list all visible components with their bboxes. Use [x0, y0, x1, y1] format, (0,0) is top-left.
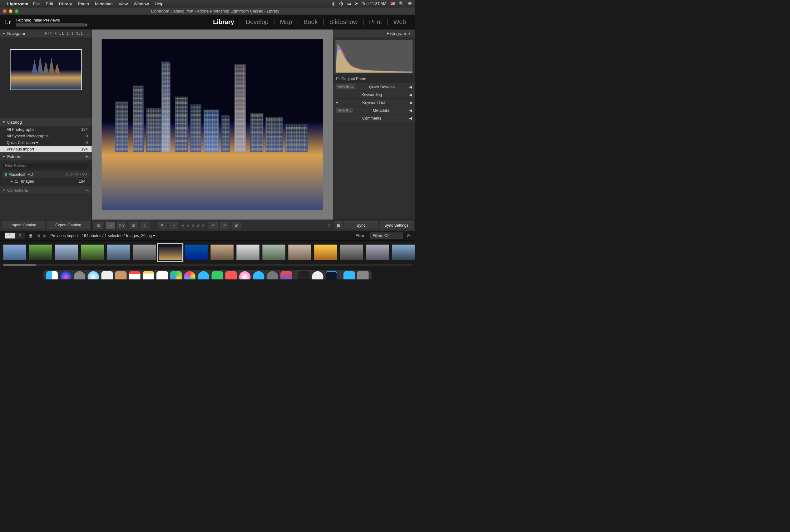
chevron-left-icon[interactable]: ◀ — [409, 116, 412, 121]
menu-edit[interactable]: Edit — [45, 1, 53, 6]
minimize-button[interactable] — [9, 10, 13, 13]
filmstrip-thumb[interactable] — [81, 245, 104, 260]
menu-window[interactable]: Window — [134, 1, 149, 6]
arrow-icon[interactable]: ➤ — [355, 2, 358, 6]
app-name[interactable]: Lightroom — [7, 1, 29, 6]
dock-appstore-icon[interactable] — [253, 271, 264, 280]
menu-metadata[interactable]: Metadata — [95, 1, 113, 6]
dock-1password-icon[interactable] — [312, 271, 323, 280]
survey-view-icon[interactable]: ⊞ — [129, 222, 138, 229]
catalog-row-synced[interactable]: All Synced Photographs0 — [0, 133, 92, 139]
filmstrip-scrollbar[interactable] — [0, 264, 415, 268]
module-print[interactable]: Print — [364, 18, 387, 25]
quick-develop-preset-dropdown[interactable]: Defaults⌄ — [336, 84, 355, 89]
rotate-cw-icon[interactable]: ↷ — [220, 222, 229, 229]
filmstrip-thumb[interactable] — [314, 245, 337, 260]
rotate-ccw-icon[interactable]: ↶ — [209, 222, 218, 229]
power-icon[interactable]: ⏻ — [339, 2, 343, 6]
source-label[interactable]: Previous Import — [50, 233, 78, 238]
dock-terminal-icon[interactable] — [298, 271, 310, 280]
filmstrip-thumb[interactable] — [158, 245, 182, 260]
filmstrip-thumb[interactable] — [29, 245, 52, 260]
comments-header[interactable]: Comments ◀ — [333, 115, 415, 122]
catalog-row-all-photos[interactable]: All Photographs194 — [0, 126, 92, 133]
chevron-left-icon[interactable]: ◀ — [409, 92, 412, 97]
dock-siri-icon[interactable] — [60, 271, 72, 280]
keywording-header[interactable]: Keywording ◀ — [333, 91, 415, 99]
filmstrip-thumb[interactable] — [55, 245, 78, 260]
flag-pick-icon[interactable]: ⚑ — [158, 222, 166, 229]
dock-reminders-icon[interactable] — [156, 271, 168, 280]
spotlight-icon[interactable]: 🔍 — [399, 2, 404, 6]
module-book[interactable]: Book — [299, 18, 323, 25]
histogram-graph[interactable] — [335, 40, 413, 73]
filmstrip-thumb[interactable] — [366, 245, 389, 260]
dock-lightroom-icon[interactable] — [326, 271, 337, 280]
loupe-view[interactable] — [92, 30, 333, 220]
chevron-left-icon[interactable]: ◀ — [409, 84, 412, 89]
grid-view-icon[interactable]: ▦ — [95, 222, 104, 229]
module-slideshow[interactable]: Slideshow — [324, 18, 362, 25]
histogram-header[interactable]: Histogram ▼ — [333, 30, 415, 38]
dock-news-icon[interactable] — [225, 271, 237, 280]
disclosure-triangle-icon[interactable]: ▼ — [2, 32, 5, 36]
dock-itunes-icon[interactable] — [239, 271, 251, 280]
nav-forward-icon[interactable]: ▶ — [43, 233, 46, 238]
metadata-preset-dropdown[interactable]: Default⌄ — [336, 108, 353, 113]
filmstrip-thumb[interactable] — [262, 245, 285, 260]
catalog-row-previous-import[interactable]: Previous Import194 — [0, 146, 92, 152]
close-button[interactable] — [3, 10, 6, 13]
sync-settings-button[interactable]: Sync Settings — [380, 221, 413, 229]
disclosure-triangle-icon[interactable]: ▼ — [2, 189, 5, 192]
module-web[interactable]: Web — [389, 18, 411, 25]
disclosure-triangle-icon[interactable]: ▼ — [2, 155, 5, 158]
rating-stars[interactable]: ★★★★★ — [181, 223, 206, 228]
add-keyword-icon[interactable]: + — [336, 100, 338, 105]
airplay-icon[interactable]: ▭ — [347, 2, 351, 6]
navigator-zoom-options[interactable]: FIT FILL 1:1 3:1 ⌄ — [45, 32, 90, 36]
import-catalog-button[interactable]: Import Catalog — [2, 221, 45, 229]
dock-facetime-icon[interactable] — [212, 271, 223, 280]
dock-mail-icon[interactable] — [101, 271, 113, 280]
dock-trash-icon[interactable] — [357, 271, 369, 280]
add-folder-icon[interactable]: +. — [86, 154, 90, 159]
dock-launchpad-icon[interactable] — [74, 271, 85, 280]
compare-view-icon[interactable]: X|Y — [117, 222, 126, 229]
filmstrip-thumb[interactable] — [288, 245, 311, 260]
cc-icon[interactable]: ◎ — [332, 2, 335, 6]
dock-messages-icon[interactable] — [198, 271, 209, 280]
disclosure-triangle-icon[interactable]: ▼ — [408, 32, 411, 36]
filmstrip[interactable] — [0, 241, 415, 264]
filmstrip-thumb[interactable] — [237, 245, 260, 260]
filmstrip-thumb[interactable] — [210, 245, 233, 260]
current-filename[interactable]: Images_20.jpg ▾ — [126, 233, 155, 238]
folder-filter-input[interactable] — [2, 162, 89, 169]
main-window-button[interactable]: 1 — [5, 233, 15, 239]
sync-button[interactable]: Sync — [344, 221, 378, 229]
catalog-row-quick-collection[interactable]: Quick Collection +0 — [0, 139, 92, 146]
module-library[interactable]: Library — [208, 18, 239, 25]
navigator-preview[interactable] — [10, 49, 82, 90]
chevron-right-icon[interactable]: ▸ — [11, 179, 13, 184]
dock-calendar-icon[interactable] — [129, 271, 140, 280]
dock-safari-icon[interactable] — [88, 271, 99, 280]
dock-photos-icon[interactable] — [184, 271, 195, 280]
module-develop[interactable]: Develop — [241, 18, 274, 25]
filter-dropdown[interactable]: Filters Off — [370, 233, 403, 239]
menu-view[interactable]: View — [119, 1, 128, 6]
flag-icon[interactable]: 🇺🇸 — [390, 2, 395, 6]
main-image[interactable] — [102, 39, 323, 210]
catalog-header[interactable]: ▼ Catalog — [0, 118, 92, 126]
menu-library[interactable]: Library — [59, 1, 72, 6]
checkbox-icon[interactable]: ☐ — [336, 77, 340, 81]
filmstrip-thumb[interactable] — [3, 245, 26, 260]
metadata-header[interactable]: Default⌄ Metadata ◀ — [333, 107, 415, 114]
dock-preferences-icon[interactable] — [267, 271, 278, 280]
grid-toggle-icon[interactable]: ▦ — [29, 233, 33, 238]
quick-develop-header[interactable]: Defaults⌄ Quick Develop ◀ — [333, 83, 415, 91]
people-view-icon[interactable]: ☺ — [140, 222, 149, 229]
navigator-header[interactable]: ▼ Navigator FIT FILL 1:1 3:1 ⌄ — [0, 30, 92, 38]
secondary-window-button[interactable]: 2 — [15, 233, 25, 239]
progress-bar[interactable] — [16, 23, 88, 26]
nav-back-icon[interactable]: ◀ — [37, 233, 39, 238]
